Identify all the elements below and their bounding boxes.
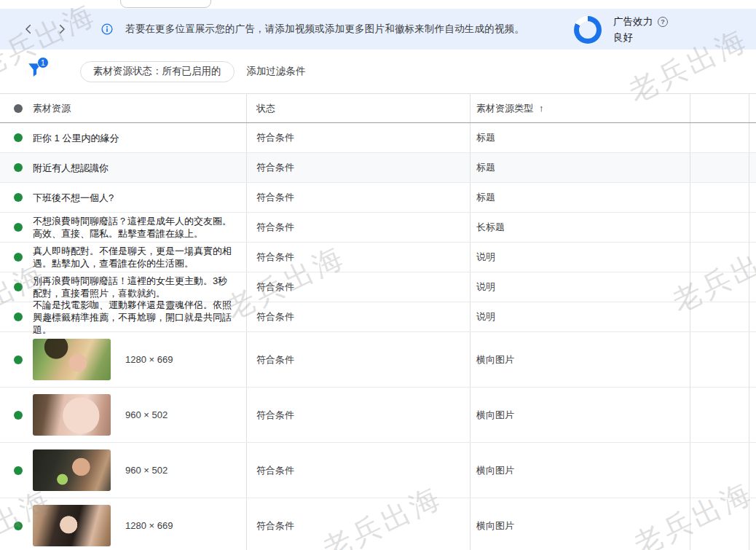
table-row[interactable]: 附近有人想認識你符合条件标题: [0, 153, 756, 183]
table-row[interactable]: 距你 1 公里内的緣分符合条件标题: [0, 123, 756, 153]
asset-cell[interactable]: 真人即時配對。不僅是聊天，更是一場真實的相遇。點擊加入，查看誰在你的生活圈。: [33, 243, 246, 272]
chevron-right-icon[interactable]: [55, 23, 68, 36]
status-value: 符合条件: [256, 353, 294, 366]
asset-dimensions: 1280 × 669: [125, 354, 173, 365]
top-strip: [0, 0, 756, 9]
asset-thumbnail[interactable]: [33, 449, 111, 491]
status-cell: 符合条件: [246, 443, 470, 498]
filter-chip-asset-status[interactable]: 素材资源状态：所有已启用的: [80, 61, 235, 82]
asset-cell[interactable]: 1280 × 669: [33, 498, 246, 550]
status-value: 符合条件: [256, 464, 294, 477]
asset-cell[interactable]: 下班後不想一個人?: [33, 183, 246, 212]
type-cell: 说明: [470, 302, 690, 331]
table-row[interactable]: 960 × 502符合条件横向图片: [0, 443, 756, 498]
row-status-dot-cell: [0, 272, 33, 302]
table-header-row: 素材资源 状态 素材资源类型 ↑: [0, 94, 756, 123]
add-filter-button[interactable]: 添加过滤条件: [247, 65, 306, 78]
enabled-status-dot-icon: [14, 355, 23, 364]
sort-ascending-icon[interactable]: ↑: [539, 103, 544, 114]
asset-cell[interactable]: 不想浪費時間聊廢話？這裡是成年人的交友圈。高效、直接、隱私。點擊查看誰在線上。: [33, 213, 246, 242]
type-value: 说明: [476, 310, 495, 323]
ad-strength-widget: 广告效力 ? 良好: [574, 15, 668, 44]
status-cell: 符合条件: [246, 332, 470, 387]
type-cell: 横向图片: [470, 332, 690, 387]
header-type[interactable]: 素材资源类型 ↑: [470, 94, 690, 122]
asset-cell[interactable]: 960 × 502: [33, 443, 246, 498]
type-cell: 横向图片: [470, 388, 690, 442]
table-row[interactable]: 不論是找電影咖、運動夥伴還是靈魂伴侶。依照興趣標籤精準推薦，不再尬聊，開口就是共…: [0, 302, 756, 332]
cutoff-dropdown-button[interactable]: [120, 0, 211, 8]
header-status[interactable]: 状态: [246, 94, 470, 122]
type-value: 标题: [476, 131, 495, 144]
table-row[interactable]: 1280 × 669符合条件横向图片: [0, 332, 756, 388]
row-status-dot-cell: [0, 443, 33, 498]
table-row[interactable]: 1280 × 669符合条件横向图片: [0, 498, 756, 550]
chevron-left-icon[interactable]: [22, 23, 35, 36]
enabled-status-dot-icon: [14, 411, 23, 420]
row-status-dot-cell: [0, 153, 33, 182]
enabled-status-dot-icon: [14, 283, 23, 291]
type-cell: 长标题: [470, 213, 690, 242]
asset-thumbnail[interactable]: [33, 394, 111, 436]
assets-table: 素材资源 状态 素材资源类型 ↑ 距你 1 公里内的緣分符合条件标题附近有人想認…: [0, 93, 756, 550]
type-value: 标题: [476, 161, 495, 174]
enabled-status-dot-icon: [14, 163, 23, 172]
enabled-status-dot-icon: [14, 133, 23, 142]
filter-funnel-icon[interactable]: 1: [26, 60, 48, 82]
status-value: 符合条件: [256, 409, 294, 422]
type-cell: 说明: [470, 272, 690, 302]
filter-bar: 1 素材资源状态：所有已启用的 添加过滤条件: [0, 50, 756, 93]
filter-count-badge: 1: [37, 57, 49, 68]
asset-cell[interactable]: 不論是找電影咖、運動夥伴還是靈魂伴侶。依照興趣標籤精準推薦，不再尬聊，開口就是共…: [33, 302, 246, 331]
asset-text[interactable]: 別再浪費時間聊廢話！這裡的女生更主動。3秒配對，直接看照片，喜歡就約。: [33, 275, 236, 299]
enabled-status-dot-icon: [14, 223, 23, 232]
extra-cell: [690, 388, 749, 442]
asset-cell[interactable]: 1280 × 669: [33, 332, 246, 387]
type-value: 长标题: [476, 221, 505, 234]
asset-text[interactable]: 附近有人想認識你: [33, 162, 109, 174]
asset-dimensions: 960 × 502: [125, 465, 168, 476]
table-row[interactable]: 不想浪費時間聊廢話？這裡是成年人的交友圈。高效、直接、隱私。點擊查看誰在線上。符…: [0, 213, 756, 243]
extra-cell: [690, 123, 749, 152]
asset-text[interactable]: 真人即時配對。不僅是聊天，更是一場真實的相遇。點擊加入，查看誰在你的生活圈。: [33, 245, 236, 270]
asset-cell[interactable]: 960 × 502: [33, 388, 246, 442]
status-value: 符合条件: [256, 280, 294, 294]
type-value: 横向图片: [476, 353, 514, 366]
table-row[interactable]: 真人即時配對。不僅是聊天，更是一場真實的相遇。點擊加入，查看誰在你的生活圈。符合…: [0, 243, 756, 272]
status-value: 符合条件: [256, 251, 294, 264]
asset-text[interactable]: 下班後不想一個人?: [33, 192, 114, 204]
type-cell: 横向图片: [470, 443, 690, 498]
type-cell: 标题: [470, 123, 690, 152]
asset-text[interactable]: 距你 1 公里内的緣分: [33, 132, 119, 144]
header-asset[interactable]: 素材资源: [33, 94, 246, 122]
table-row[interactable]: 下班後不想一個人?符合条件标题: [0, 183, 756, 213]
table-row[interactable]: 960 × 502符合条件横向图片: [0, 388, 756, 443]
status-cell: 符合条件: [246, 272, 470, 302]
help-icon[interactable]: ?: [658, 17, 668, 27]
asset-cell[interactable]: 別再浪費時間聊廢話！這裡的女生更主動。3秒配對，直接看照片，喜歡就約。: [33, 272, 246, 302]
extra-cell: [690, 213, 749, 242]
asset-thumbnail[interactable]: [33, 339, 111, 380]
status-legend-dot-icon: [14, 104, 23, 113]
row-status-dot-cell: [0, 123, 33, 152]
asset-text[interactable]: 不想浪費時間聊廢話？這裡是成年人的交友圈。高效、直接、隱私。點擊查看誰在線上。: [33, 215, 236, 240]
row-status-dot-cell: [0, 498, 33, 550]
extra-cell: [690, 302, 749, 331]
asset-cell[interactable]: 附近有人想認識你: [33, 153, 246, 182]
status-cell: 符合条件: [246, 153, 470, 182]
enabled-status-dot-icon: [14, 522, 23, 530]
row-status-dot-cell: [0, 183, 33, 212]
type-value: 说明: [476, 280, 495, 294]
asset-text[interactable]: 不論是找電影咖、運動夥伴還是靈魂伴侶。依照興趣標籤精準推薦，不再尬聊，開口就是共…: [33, 299, 236, 336]
asset-cell[interactable]: 距你 1 公里内的緣分: [33, 123, 246, 152]
enabled-status-dot-icon: [14, 193, 23, 202]
status-value: 符合条件: [256, 310, 294, 323]
row-status-dot-cell: [0, 302, 33, 331]
extra-cell: [690, 183, 749, 212]
row-status-dot-cell: [0, 332, 33, 387]
asset-thumbnail[interactable]: [33, 505, 111, 546]
status-cell: 符合条件: [246, 302, 470, 331]
enabled-status-dot-icon: [14, 466, 23, 475]
status-cell: 符合条件: [246, 123, 470, 152]
type-value: 横向图片: [476, 409, 514, 422]
